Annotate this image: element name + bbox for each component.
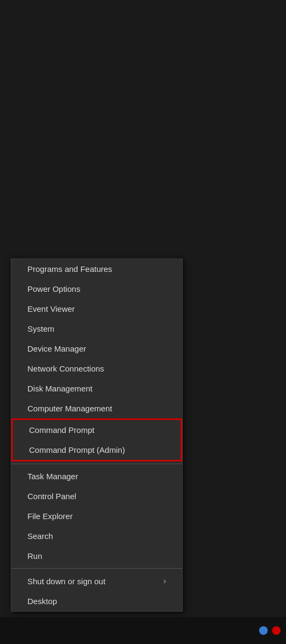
menu-item-task[interactable]: Task Manager: [11, 466, 182, 486]
menu-item-desktop[interactable]: Desktop: [11, 591, 182, 611]
divider-2: [11, 568, 182, 569]
menu-item-computer[interactable]: Computer Management: [11, 398, 182, 418]
menu-item-cmd[interactable]: Command Prompt: [13, 420, 181, 440]
context-menu: Programs and Features Power Options Even…: [11, 258, 183, 612]
divider-1: [11, 464, 182, 464]
taskbar-dot-red: [272, 626, 281, 635]
menu-item-search[interactable]: Search: [11, 526, 182, 546]
menu-item-cmd-admin[interactable]: Command Prompt (Admin): [13, 440, 181, 460]
menu-item-power[interactable]: Power Options: [11, 279, 182, 299]
menu-item-event[interactable]: Event Viewer: [11, 299, 182, 319]
menu-item-run[interactable]: Run: [11, 546, 182, 566]
taskbar-icons: [259, 626, 281, 635]
highlight-box: Command Prompt Command Prompt (Admin): [11, 418, 182, 461]
menu-item-system[interactable]: System: [11, 319, 182, 339]
menu-item-programs[interactable]: Programs and Features: [11, 259, 182, 279]
menu-item-network[interactable]: Network Connections: [11, 359, 182, 379]
menu-item-shutdown[interactable]: Shut down or sign out ›: [11, 571, 182, 591]
chevron-right-icon: ›: [163, 576, 166, 586]
menu-item-explorer[interactable]: File Explorer: [11, 506, 182, 526]
taskbar: [0, 617, 286, 644]
taskbar-dot-blue: [259, 626, 268, 635]
menu-item-device[interactable]: Device Manager: [11, 339, 182, 359]
menu-item-control[interactable]: Control Panel: [11, 486, 182, 506]
menu-item-disk[interactable]: Disk Management: [11, 379, 182, 398]
